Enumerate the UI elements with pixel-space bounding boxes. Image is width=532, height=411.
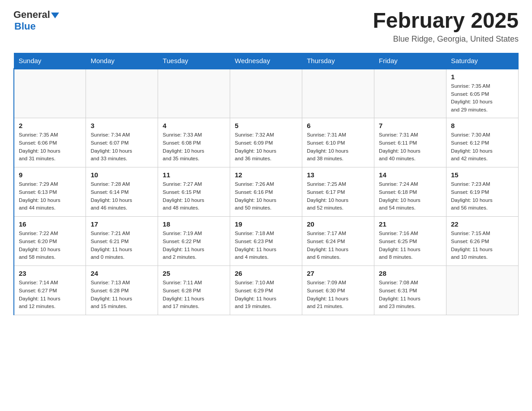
weekday-header-thursday: Thursday (302, 53, 374, 68)
day-info: Sunrise: 7:11 AM Sunset: 6:28 PM Dayligh… (163, 279, 225, 311)
day-number: 11 (163, 171, 225, 179)
calendar-week-row: 16Sunrise: 7:22 AM Sunset: 6:20 PM Dayli… (14, 217, 519, 266)
calendar-cell: 4Sunrise: 7:33 AM Sunset: 6:08 PM Daylig… (158, 118, 230, 167)
calendar-cell: 9Sunrise: 7:29 AM Sunset: 6:13 PM Daylig… (14, 167, 86, 217)
day-info: Sunrise: 7:09 AM Sunset: 6:30 PM Dayligh… (307, 279, 369, 311)
day-number: 7 (379, 122, 442, 129)
logo-general-text: General (13, 9, 50, 21)
day-number: 23 (19, 270, 81, 277)
day-info: Sunrise: 7:33 AM Sunset: 6:08 PM Dayligh… (163, 131, 225, 163)
calendar-cell: 14Sunrise: 7:24 AM Sunset: 6:18 PM Dayli… (374, 167, 446, 217)
calendar-cell: 28Sunrise: 7:08 AM Sunset: 6:31 PM Dayli… (374, 266, 446, 315)
day-number: 14 (379, 171, 442, 179)
day-info: Sunrise: 7:25 AM Sunset: 6:17 PM Dayligh… (307, 180, 369, 212)
day-number: 25 (163, 270, 225, 277)
day-info: Sunrise: 7:31 AM Sunset: 6:10 PM Dayligh… (307, 131, 369, 163)
calendar-table: SundayMondayTuesdayWednesdayThursdayFrid… (13, 53, 519, 315)
title-section: February 2025 Blue Ridge, Georgia, Unite… (373, 9, 519, 44)
day-number: 2 (19, 122, 81, 129)
day-info: Sunrise: 7:35 AM Sunset: 6:06 PM Dayligh… (19, 131, 81, 163)
calendar-cell (302, 68, 374, 118)
day-info: Sunrise: 7:17 AM Sunset: 6:24 PM Dayligh… (307, 230, 369, 261)
calendar-cell: 6Sunrise: 7:31 AM Sunset: 6:10 PM Daylig… (302, 118, 374, 167)
day-info: Sunrise: 7:27 AM Sunset: 6:15 PM Dayligh… (163, 180, 225, 212)
calendar-cell: 11Sunrise: 7:27 AM Sunset: 6:15 PM Dayli… (158, 167, 230, 217)
calendar-cell: 5Sunrise: 7:32 AM Sunset: 6:09 PM Daylig… (230, 118, 302, 167)
day-number: 24 (90, 270, 153, 277)
day-info: Sunrise: 7:34 AM Sunset: 6:07 PM Dayligh… (90, 131, 153, 163)
day-number: 16 (19, 220, 81, 228)
calendar-week-row: 23Sunrise: 7:14 AM Sunset: 6:27 PM Dayli… (14, 266, 519, 315)
day-number: 6 (307, 122, 369, 129)
day-info: Sunrise: 7:21 AM Sunset: 6:21 PM Dayligh… (90, 230, 153, 261)
calendar-cell: 1Sunrise: 7:35 AM Sunset: 6:05 PM Daylig… (446, 68, 519, 118)
logo-blue-text: Blue (14, 21, 36, 32)
day-info: Sunrise: 7:24 AM Sunset: 6:18 PM Dayligh… (379, 180, 442, 212)
calendar-cell: 12Sunrise: 7:26 AM Sunset: 6:16 PM Dayli… (230, 167, 302, 217)
day-info: Sunrise: 7:10 AM Sunset: 6:29 PM Dayligh… (235, 279, 297, 311)
location-subtitle: Blue Ridge, Georgia, United States (373, 34, 519, 44)
calendar-cell (86, 68, 158, 118)
day-number: 26 (235, 270, 297, 277)
weekday-header-wednesday: Wednesday (230, 53, 302, 68)
calendar-cell: 8Sunrise: 7:30 AM Sunset: 6:12 PM Daylig… (446, 118, 519, 167)
day-number: 3 (90, 122, 153, 129)
calendar-header-row: SundayMondayTuesdayWednesdayThursdayFrid… (14, 53, 519, 68)
day-number: 4 (163, 122, 225, 129)
day-number: 28 (379, 270, 442, 277)
calendar-cell: 24Sunrise: 7:13 AM Sunset: 6:28 PM Dayli… (86, 266, 158, 315)
day-info: Sunrise: 7:14 AM Sunset: 6:27 PM Dayligh… (19, 279, 81, 311)
month-title: February 2025 (373, 9, 519, 33)
calendar-cell: 18Sunrise: 7:19 AM Sunset: 6:22 PM Dayli… (158, 217, 230, 266)
calendar-cell: 3Sunrise: 7:34 AM Sunset: 6:07 PM Daylig… (86, 118, 158, 167)
day-number: 27 (307, 270, 369, 277)
day-number: 9 (19, 171, 81, 179)
calendar-cell: 19Sunrise: 7:18 AM Sunset: 6:23 PM Dayli… (230, 217, 302, 266)
calendar-cell: 2Sunrise: 7:35 AM Sunset: 6:06 PM Daylig… (14, 118, 86, 167)
calendar-cell (446, 266, 519, 315)
day-number: 18 (163, 220, 225, 228)
day-number: 13 (307, 171, 369, 179)
day-number: 5 (235, 122, 297, 129)
day-info: Sunrise: 7:16 AM Sunset: 6:25 PM Dayligh… (379, 230, 442, 261)
day-number: 20 (307, 220, 369, 228)
weekday-header-saturday: Saturday (446, 53, 519, 68)
calendar-cell (230, 68, 302, 118)
page-header: General Blue February 2025 Blue Ridge, G… (13, 9, 519, 44)
calendar-cell: 20Sunrise: 7:17 AM Sunset: 6:24 PM Dayli… (302, 217, 374, 266)
day-info: Sunrise: 7:19 AM Sunset: 6:22 PM Dayligh… (163, 230, 225, 261)
day-info: Sunrise: 7:08 AM Sunset: 6:31 PM Dayligh… (379, 279, 442, 311)
day-number: 17 (90, 220, 153, 228)
day-info: Sunrise: 7:18 AM Sunset: 6:23 PM Dayligh… (235, 230, 297, 261)
day-info: Sunrise: 7:22 AM Sunset: 6:20 PM Dayligh… (19, 230, 81, 261)
weekday-header-friday: Friday (374, 53, 446, 68)
weekday-header-sunday: Sunday (14, 53, 86, 68)
calendar-week-row: 2Sunrise: 7:35 AM Sunset: 6:06 PM Daylig… (14, 118, 519, 167)
calendar-cell: 7Sunrise: 7:31 AM Sunset: 6:11 PM Daylig… (374, 118, 446, 167)
calendar-cell: 22Sunrise: 7:15 AM Sunset: 6:26 PM Dayli… (446, 217, 519, 266)
weekday-header-monday: Monday (86, 53, 158, 68)
day-info: Sunrise: 7:30 AM Sunset: 6:12 PM Dayligh… (451, 131, 514, 163)
calendar-cell (374, 68, 446, 118)
day-number: 10 (90, 171, 153, 179)
calendar-cell: 17Sunrise: 7:21 AM Sunset: 6:21 PM Dayli… (86, 217, 158, 266)
day-info: Sunrise: 7:32 AM Sunset: 6:09 PM Dayligh… (235, 131, 297, 163)
day-number: 1 (451, 73, 514, 81)
day-info: Sunrise: 7:31 AM Sunset: 6:11 PM Dayligh… (379, 131, 442, 163)
calendar-cell: 26Sunrise: 7:10 AM Sunset: 6:29 PM Dayli… (230, 266, 302, 315)
calendar-cell (158, 68, 230, 118)
calendar-cell: 23Sunrise: 7:14 AM Sunset: 6:27 PM Dayli… (14, 266, 86, 315)
weekday-header-tuesday: Tuesday (158, 53, 230, 68)
calendar-cell: 13Sunrise: 7:25 AM Sunset: 6:17 PM Dayli… (302, 167, 374, 217)
calendar-cell (14, 68, 86, 118)
calendar-cell: 16Sunrise: 7:22 AM Sunset: 6:20 PM Dayli… (14, 217, 86, 266)
calendar-cell: 21Sunrise: 7:16 AM Sunset: 6:25 PM Dayli… (374, 217, 446, 266)
day-info: Sunrise: 7:23 AM Sunset: 6:19 PM Dayligh… (451, 180, 514, 212)
day-info: Sunrise: 7:28 AM Sunset: 6:14 PM Dayligh… (90, 180, 153, 212)
day-info: Sunrise: 7:13 AM Sunset: 6:28 PM Dayligh… (90, 279, 153, 311)
calendar-cell: 25Sunrise: 7:11 AM Sunset: 6:28 PM Dayli… (158, 266, 230, 315)
day-number: 8 (451, 122, 514, 129)
day-number: 15 (451, 171, 514, 179)
logo: General Blue (13, 9, 59, 32)
calendar-cell: 15Sunrise: 7:23 AM Sunset: 6:19 PM Dayli… (446, 167, 519, 217)
